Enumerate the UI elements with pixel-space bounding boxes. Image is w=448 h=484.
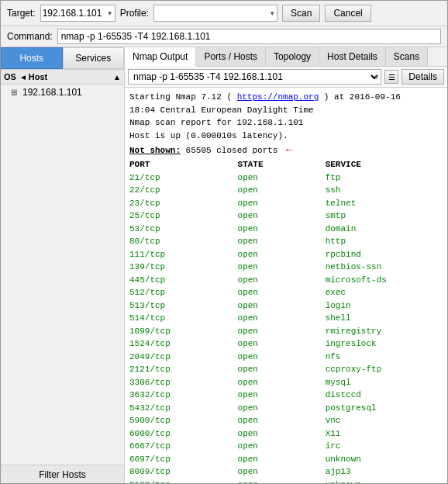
state-1099: open [238, 325, 319, 338]
state-2049: open [238, 351, 319, 364]
port-8180: 8180/tcp [129, 479, 232, 484]
col-port: PORT [129, 158, 232, 171]
state-1524: open [238, 337, 319, 351]
port-23: 23/tcp [129, 197, 232, 210]
tree-expand-icon: ◄ [19, 73, 27, 81]
output-start-text: Starting Nmap 7.12 ( [129, 92, 237, 102]
port-514: 514/tcp [129, 312, 232, 325]
details-button[interactable]: Details [401, 69, 444, 85]
profile-select-wrapper[interactable] [153, 5, 277, 22]
sidebar-tabs: Hosts Services [1, 47, 124, 70]
output-host-up: Host is up (0.000010s latency). [129, 131, 288, 140]
col-service: SERVICE [326, 158, 443, 171]
port-21: 21/tcp [129, 171, 232, 185]
host-item[interactable]: 🖥 192.168.1.101 [1, 85, 124, 100]
port-2121: 2121/tcp [129, 363, 232, 376]
computer-icon: 🖥 [7, 86, 19, 99]
output-command-select[interactable]: nmap -p 1-65535 -T4 192.168.1.101 [128, 69, 381, 85]
target-select[interactable]: 192.168.1.101 [40, 5, 115, 22]
state-512: open [238, 286, 319, 299]
state-3306: open [238, 376, 319, 389]
tab-scans[interactable]: Scans [386, 47, 428, 66]
main-window: Target: 192.168.1.101 Profile: Scan Canc… [0, 0, 448, 484]
toolbar: Target: 192.168.1.101 Profile: Scan Canc… [1, 1, 447, 26]
command-input[interactable] [57, 29, 441, 44]
svc-1524: ingreslock [326, 337, 443, 351]
state-5432: open [238, 402, 319, 415]
sidebar-tree: OS ◄ Host ▲ 🖥 192.168.1.101 [1, 70, 124, 465]
state-3632: open [238, 389, 319, 402]
filter-hosts-button[interactable]: Filter Hosts [1, 465, 124, 483]
svc-514: shell [326, 312, 443, 325]
svc-5432: postgresql [326, 402, 443, 415]
os-label: OS [4, 72, 16, 81]
state-8009: open [238, 465, 319, 479]
arrow-icon: ← [286, 143, 292, 156]
tab-hosts[interactable]: Hosts [1, 47, 63, 69]
svc-21: ftp [326, 171, 443, 185]
command-bar: Command: [1, 26, 447, 47]
state-139: open [238, 261, 319, 274]
tree-header: OS ◄ Host ▲ [1, 70, 124, 85]
content-area: Nmap Output Ports / Hosts Topology Host … [125, 47, 447, 483]
main-area: Hosts Services OS ◄ Host ▲ 🖥 192.168.1.1… [1, 47, 447, 483]
svc-3306: mysql [326, 376, 443, 389]
output-command-select-wrapper[interactable]: nmap -p 1-65535 -T4 192.168.1.101 [128, 69, 381, 85]
sidebar: Hosts Services OS ◄ Host ▲ 🖥 192.168.1.1… [1, 47, 125, 483]
port-5432: 5432/tcp [129, 402, 232, 415]
state-111: open [238, 248, 319, 261]
output-date: ) at 2016-09-16 [319, 92, 401, 102]
port-1524: 1524/tcp [129, 337, 232, 351]
state-445: open [238, 274, 319, 287]
command-label: Command: [7, 31, 53, 42]
output-time: 18:04 Central European Daylight Time [129, 105, 314, 115]
svc-6000: X11 [326, 427, 443, 441]
state-23: open [238, 197, 319, 210]
port-5900: 5900/tcp [129, 414, 232, 427]
sort-icon: ▲ [113, 73, 121, 81]
output-closed-ports: 65505 closed ports [181, 146, 283, 155]
state-6667: open [238, 440, 319, 453]
scan-button[interactable]: Scan [282, 5, 320, 22]
target-select-wrapper[interactable]: 192.168.1.101 [40, 5, 115, 22]
state-25: open [238, 209, 319, 223]
tab-nmap-output[interactable]: Nmap Output [125, 47, 196, 67]
port-111: 111/tcp [129, 248, 232, 261]
tab-host-details[interactable]: Host Details [319, 47, 386, 66]
tab-services[interactable]: Services [63, 47, 125, 69]
port-445: 445/tcp [129, 274, 232, 287]
state-80: open [238, 235, 319, 248]
svc-2121: ccproxy-ftp [326, 363, 443, 376]
col-state: STATE [238, 158, 319, 171]
port-139: 139/tcp [129, 261, 232, 274]
state-2121: open [238, 363, 319, 376]
svc-2049: nfs [326, 351, 443, 364]
port-table: PORT STATE SERVICE 21/tcp open ftp 22/tc… [129, 158, 443, 483]
port-25: 25/tcp [129, 209, 232, 223]
port-80: 80/tcp [129, 235, 232, 248]
state-514: open [238, 312, 319, 325]
port-6667: 6667/tcp [129, 440, 232, 453]
output-report: Nmap scan report for 192.168.1.101 [129, 118, 303, 127]
port-53: 53/tcp [129, 223, 232, 236]
svc-53: domain [326, 223, 443, 236]
svc-3632: distccd [326, 389, 443, 402]
nmap-link[interactable]: https://nmap.org [237, 92, 319, 102]
content-tabs: Nmap Output Ports / Hosts Topology Host … [125, 47, 447, 67]
port-8009: 8009/tcp [129, 465, 232, 479]
svc-6697: unknown [326, 453, 443, 466]
svc-22: ssh [326, 184, 443, 197]
port-6000: 6000/tcp [129, 427, 232, 441]
state-8180: open [238, 479, 319, 484]
menu-icon[interactable]: ☰ [384, 70, 398, 84]
port-3632: 3632/tcp [129, 389, 232, 402]
svc-8009: ajp13 [326, 465, 443, 479]
cancel-button[interactable]: Cancel [325, 5, 370, 22]
tab-topology[interactable]: Topology [266, 47, 319, 66]
svc-23: telnet [326, 197, 443, 210]
host-column-label: Host [29, 72, 47, 81]
svc-139: netbios-ssn [326, 261, 443, 274]
profile-select[interactable] [153, 5, 277, 22]
port-22: 22/tcp [129, 184, 232, 197]
tab-ports-hosts[interactable]: Ports / Hosts [196, 47, 266, 66]
